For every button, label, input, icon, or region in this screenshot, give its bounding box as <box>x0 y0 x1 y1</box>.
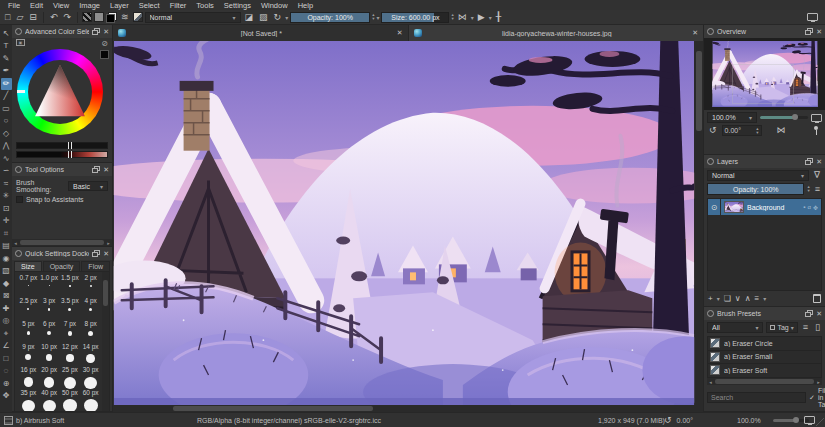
brush-size-option[interactable]: 25 px <box>60 366 81 389</box>
chevron-down-icon[interactable]: ▾ <box>763 295 766 302</box>
brush-size-option[interactable]: 5 px <box>18 320 39 343</box>
wrap-around-icon[interactable]: ▶ <box>476 13 487 22</box>
tool-fill[interactable]: ◆ <box>1 278 12 290</box>
move-layer-down-button[interactable]: ∨ <box>735 294 741 303</box>
chevron-down-icon[interactable]: ▾ <box>489 14 492 21</box>
quick-settings-tab[interactable]: Opacity <box>43 261 81 271</box>
vertical-scrollbar[interactable] <box>102 272 109 412</box>
close-icon[interactable]: ✕ <box>816 28 822 36</box>
pattern-chooser[interactable] <box>94 12 104 22</box>
menu-item[interactable]: Settings <box>219 1 256 10</box>
tag-button[interactable]: Tag ▾ <box>766 322 797 333</box>
layer-opacity-slider[interactable]: Opacity: 100% <box>707 183 804 195</box>
horizontal-scrollbar[interactable]: ◂ ▸ <box>12 239 112 246</box>
close-icon[interactable]: ✕ <box>103 166 109 174</box>
menu-item[interactable]: Window <box>256 1 293 10</box>
tool-assistants[interactable]: ⌖ <box>1 328 12 340</box>
close-icon[interactable]: ✕ <box>397 29 403 37</box>
hue-ring[interactable] <box>17 49 103 135</box>
brush-size-option[interactable]: 40 px <box>39 389 60 412</box>
menu-item[interactable]: Filter <box>165 1 192 10</box>
docker-menu-icon[interactable] <box>707 28 714 35</box>
docker-menu-icon[interactable] <box>707 310 714 317</box>
tool-smart-patch[interactable]: ✚ <box>1 303 12 315</box>
duplicate-layer-button[interactable]: ❏ <box>724 294 731 303</box>
tool-color-sampler[interactable]: ◉ <box>1 253 12 265</box>
brush-size-option[interactable]: 35 px <box>18 389 39 412</box>
layer-properties-button[interactable]: ≡ <box>755 294 760 303</box>
tool-similar-select[interactable]: ⊕ <box>1 378 12 390</box>
rotate-canvas-icon[interactable]: ↺ <box>707 126 719 135</box>
brush-preset-item[interactable]: a) Eraser Small <box>708 351 821 365</box>
brush-editor-icon[interactable]: ≋ <box>119 13 131 22</box>
layer-blend-mode-dropdown[interactable]: Normal ▾ <box>707 170 809 181</box>
menu-item[interactable]: View <box>48 1 74 10</box>
close-icon[interactable]: ✕ <box>692 29 698 37</box>
docker-header[interactable]: Layers ✕ <box>704 155 825 168</box>
tool-polygon[interactable]: ◇ <box>1 128 12 140</box>
pin-icon[interactable] <box>813 126 819 135</box>
chevron-down-icon[interactable]: ▾ <box>471 14 474 21</box>
storage-icon[interactable]: ▯ <box>813 323 822 332</box>
docker-header[interactable]: Quick Settings Docker ✕ <box>12 247 112 260</box>
layer-filter-funnel-icon[interactable]: ∇ <box>812 171 822 180</box>
mirror-canvas-icon[interactable]: ⋈ <box>775 126 788 135</box>
brush-size-option[interactable]: 2.5 px <box>18 297 39 320</box>
canvas-rotation-value[interactable]: 0.00° <box>677 417 693 424</box>
float-docker-icon[interactable] <box>805 310 813 317</box>
brush-size-option[interactable]: 3.5 px <box>60 297 81 320</box>
tool-rect-select[interactable]: □ <box>1 353 12 365</box>
close-icon[interactable]: ✕ <box>816 158 822 166</box>
move-layer-up-button[interactable]: ∧ <box>745 294 751 303</box>
chevron-down-icon[interactable]: ▾ <box>717 295 720 302</box>
tool-bezier[interactable]: ∿ <box>1 153 12 165</box>
brush-size-option[interactable]: 3 px <box>39 297 60 320</box>
quick-settings-tab[interactable]: Flow <box>81 261 110 271</box>
colorspace-label[interactable]: RGB/Alpha (8-bit integer/channel) sRGB-e… <box>197 417 381 424</box>
tool-transform[interactable]: ⊡ <box>1 203 12 215</box>
brush-size-option[interactable]: 9 px <box>18 343 39 366</box>
tool-colorize-mask[interactable]: ◎ <box>1 316 12 328</box>
close-icon[interactable]: ✕ <box>816 310 822 318</box>
layer-visibility-eye-icon[interactable]: ⊙ <box>708 199 721 215</box>
float-docker-icon[interactable] <box>92 28 100 35</box>
overview-view-rect[interactable] <box>732 64 794 104</box>
chevron-down-icon[interactable]: ▾ <box>376 14 379 21</box>
preserve-alpha-icon[interactable]: ▨ <box>257 13 270 22</box>
tool-crop[interactable]: ⌗ <box>1 228 12 240</box>
layer-options-icon[interactable]: ≡ <box>813 185 822 194</box>
close-icon[interactable]: ✕ <box>103 250 109 258</box>
brush-preset-item[interactable]: a) Eraser Circle <box>708 337 821 351</box>
tool-polyline[interactable]: ⋀ <box>1 141 12 153</box>
docker-header[interactable]: Advanced Color Selector ✕ <box>12 25 112 38</box>
docker-header[interactable]: Brush Presets ✕ <box>704 307 825 320</box>
float-docker-icon[interactable] <box>92 250 100 257</box>
gradient-chooser[interactable] <box>82 12 92 22</box>
overview-thumbnail[interactable] <box>704 38 825 110</box>
float-docker-icon[interactable] <box>92 166 100 173</box>
tool-measure[interactable]: ∠ <box>1 341 12 353</box>
brush-size-option[interactable]: 14 px <box>80 343 101 366</box>
float-docker-icon[interactable] <box>805 28 813 35</box>
brush-size-option[interactable]: 7 px <box>60 320 81 343</box>
layer-opacity-spinner[interactable]: ▴▾ <box>807 185 809 193</box>
color-slider-shade[interactable] <box>16 151 108 158</box>
canvas-horizontal-scrollbar[interactable] <box>113 405 695 412</box>
close-icon[interactable]: ✕ <box>103 28 109 36</box>
snap-icon[interactable]: ╂ <box>494 13 503 22</box>
brush-size-option[interactable]: 1.0 px <box>39 274 60 297</box>
tool-edit-shapes[interactable]: ✎ <box>1 53 12 65</box>
resize-grip[interactable] <box>816 418 824 426</box>
document-tab[interactable]: lidia-goryachewa-winter-houses.jpg ✕ <box>409 25 704 41</box>
redo-icon[interactable]: ↷ <box>61 13 73 22</box>
new-document-icon[interactable]: □ <box>3 13 12 22</box>
view-mode-icon[interactable]: ≡ <box>801 323 810 332</box>
tool-rectangle[interactable]: ▭ <box>1 103 12 115</box>
quick-settings-tab[interactable]: Size <box>14 261 42 271</box>
tool-move[interactable]: ✛ <box>1 216 12 228</box>
fit-to-view-icon[interactable] <box>811 114 822 122</box>
docker-menu-icon[interactable] <box>15 250 22 257</box>
docker-menu-icon[interactable] <box>707 158 714 165</box>
layer-row-Background[interactable]: ⊙ Background ▪α✥ <box>708 199 821 215</box>
brush-size-option[interactable]: 0.7 px <box>18 274 39 297</box>
